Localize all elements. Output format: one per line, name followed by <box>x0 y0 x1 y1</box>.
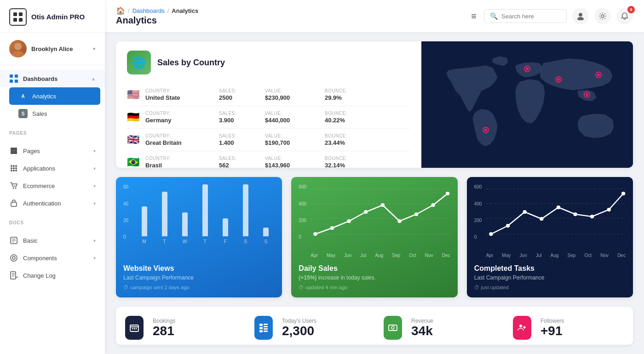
svg-point-30 <box>579 13 582 17</box>
svg-point-53 <box>398 219 402 223</box>
daily-sales-meta: ⏱ updated 4 min ago <box>299 285 450 290</box>
col-value-bounce: 29.9% <box>325 94 380 101</box>
breadcrumb-dashboards[interactable]: Dashboards <box>132 7 165 14</box>
col-value-value2: $440,000 <box>265 117 325 124</box>
users-value: 2,300 <box>282 324 370 338</box>
svg-point-21 <box>13 170 15 171</box>
sidebar-item-authentication[interactable]: Authentication ▾ <box>0 194 105 212</box>
svg-point-37 <box>526 68 529 70</box>
sidebar-item-applications[interactable]: Applications ▾ <box>0 160 105 177</box>
svg-point-17 <box>11 167 12 169</box>
completed-tasks-title: Completed Tasks <box>474 264 626 273</box>
sidebar-item-dashboards[interactable]: Dashboards ▲ <box>0 70 105 87</box>
daily-sales-subtitle: (+15%) increase in today sales. <box>299 274 450 281</box>
users-icon <box>254 316 273 340</box>
col-value-bounce2: 40.22% <box>325 117 380 124</box>
svg-rect-81 <box>389 325 397 331</box>
bookings-label: Bookings <box>153 318 241 324</box>
chart-inner-tasks: 600 400 200 0 <box>467 177 633 258</box>
table-row: 🇬🇧 Country:Great Britain Sales:1.400 Val… <box>127 129 410 151</box>
col-value-country3: Great Britain <box>145 139 219 146</box>
svg-rect-11 <box>14 148 17 151</box>
svg-rect-2 <box>13 18 17 22</box>
svg-point-73 <box>136 328 137 330</box>
world-map-panel <box>421 41 633 168</box>
users-label: Today's Users <box>282 318 370 324</box>
chevron-down-ecommerce-icon: ▾ <box>93 183 96 188</box>
sidebar-item-ecommerce[interactable]: Ecommerce ▾ <box>0 177 105 194</box>
col-value-sales2: 3.900 <box>219 117 265 124</box>
svg-point-64 <box>540 217 543 221</box>
daily-sales-card: 600 400 200 0 <box>291 177 457 297</box>
svg-point-4 <box>14 43 22 50</box>
content-area: 🌐 Sales by Country 🇺🇸 Country:United Sta… <box>105 32 644 354</box>
chart-inner-views: 60 40 20 0 M <box>116 177 282 258</box>
svg-rect-78 <box>259 330 263 332</box>
sales-by-country-card: 🌐 Sales by Country 🇺🇸 Country:United Sta… <box>116 41 633 168</box>
svg-rect-80 <box>264 331 268 332</box>
revenue-label: Revenue <box>411 318 499 324</box>
svg-point-49 <box>330 226 334 230</box>
svg-rect-10 <box>11 148 14 151</box>
components-icon <box>9 253 18 263</box>
page-title: Analytics <box>116 15 456 26</box>
flag-de: 🇩🇪 <box>127 111 145 123</box>
completed-tasks-footer: Completed Tasks Last Campaign Performanc… <box>467 258 633 297</box>
breadcrumb: 🏠 / Dashboards / Analytics <box>116 6 456 15</box>
col-value-sales4: 562 <box>219 162 265 168</box>
sidebar-item-changelog[interactable]: Change Log <box>0 267 105 284</box>
table-row: 🇩🇪 Country:Germany Sales:3.900 Value:$44… <box>127 106 410 129</box>
flag-us: 🇺🇸 <box>127 89 145 101</box>
sales-letter: S <box>18 109 28 118</box>
bookings-icon-box <box>116 307 153 345</box>
svg-point-43 <box>586 93 588 96</box>
col-value-value3: $190,700 <box>265 139 325 146</box>
menu-toggle-icon[interactable]: ≡ <box>471 11 477 22</box>
website-views-subtitle: Last Campaign Performance <box>123 274 275 281</box>
logo-icon <box>9 8 27 26</box>
website-views-title: Website Views <box>123 264 275 273</box>
sidebar-item-components[interactable]: Components ▾ <box>0 249 105 267</box>
col-label-value: Value: <box>265 88 325 93</box>
topbar: 🏠 / Dashboards / Analytics Analytics ≡ 🔍 <box>105 0 644 32</box>
svg-point-19 <box>15 167 17 169</box>
sidebar-item-basic[interactable]: Basic ▾ <box>0 232 105 249</box>
sidebar-item-pages[interactable]: Pages ▾ <box>0 142 105 160</box>
basic-icon <box>9 236 18 245</box>
svg-point-23 <box>13 188 14 189</box>
svg-point-83 <box>519 325 522 327</box>
completed-tasks-meta: ⏱ just updated <box>474 285 626 290</box>
search-box[interactable]: 🔍 <box>484 9 567 23</box>
bookings-info: Bookings 281 <box>153 307 245 345</box>
svg-point-62 <box>506 224 510 228</box>
svg-point-35 <box>484 129 487 131</box>
authentication-label: Authentication <box>23 200 89 207</box>
col-value-value: $230,900 <box>265 94 325 101</box>
notifications-icon-button[interactable]: 9 <box>616 8 633 24</box>
pages-icon <box>9 146 18 155</box>
svg-point-82 <box>391 326 394 329</box>
svg-rect-9 <box>15 80 18 83</box>
svg-point-5 <box>12 51 24 57</box>
sidebar-item-analytics[interactable]: A Analytics <box>9 87 100 105</box>
svg-point-48 <box>314 232 317 236</box>
search-input[interactable] <box>501 13 561 20</box>
completed-tasks-card: 600 400 200 0 <box>467 177 633 297</box>
users-info: Today's Users 2,300 <box>282 307 374 345</box>
home-icon[interactable]: 🏠 <box>116 6 125 15</box>
settings-icon-button[interactable] <box>594 8 611 24</box>
svg-point-72 <box>134 328 135 330</box>
svg-point-18 <box>13 167 15 169</box>
col-value-value4: $143,960 <box>265 162 325 168</box>
topbar-right: 🔍 9 <box>484 8 633 24</box>
svg-rect-79 <box>264 328 268 330</box>
users-icon-box <box>245 307 282 345</box>
sidebar-item-sales[interactable]: S Sales <box>9 105 105 122</box>
col-value-sales3: 1.400 <box>219 139 265 146</box>
revenue-value: 34k <box>411 324 499 338</box>
svg-point-51 <box>364 210 368 214</box>
revenue-icon <box>384 316 402 340</box>
user-profile[interactable]: Brooklyn Alice ▾ <box>0 33 105 65</box>
followers-icon <box>513 316 531 340</box>
user-icon-button[interactable] <box>572 8 589 24</box>
